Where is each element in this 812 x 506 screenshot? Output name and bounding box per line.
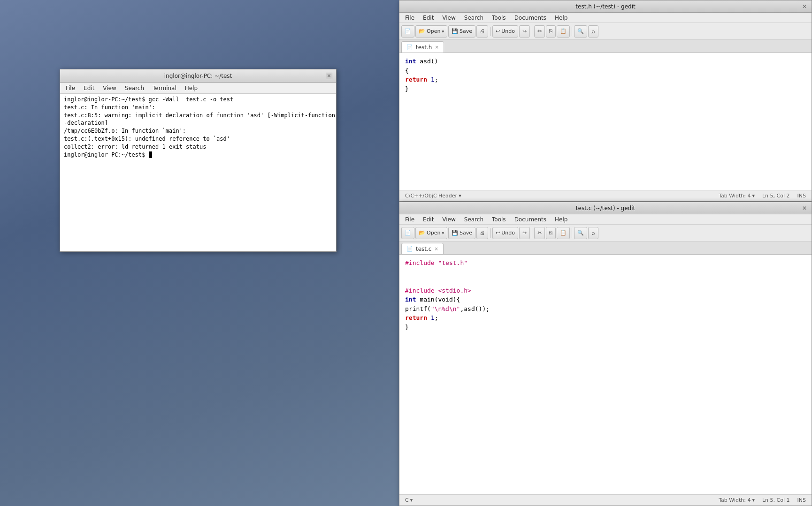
undo-label: Undo <box>501 28 515 34</box>
open-dropdown-icon-2: ▾ <box>442 231 444 235</box>
save-icon-2: 💾 <box>452 230 458 236</box>
gedit-bottom-menu-view[interactable]: View <box>438 215 459 224</box>
gedit-top-new-button[interactable]: 📄 <box>401 25 414 38</box>
print-icon: 🖨 <box>480 28 485 34</box>
gedit-bottom-copy-button[interactable]: ⎘ <box>546 227 556 239</box>
code-line-3: return 1; <box>405 75 806 84</box>
gedit-bottom-undo-button[interactable]: ↩ Undo <box>492 227 518 239</box>
open-label: Open <box>427 28 440 34</box>
code-c-line-5: return 1; <box>405 313 806 323</box>
terminal-line-8: inglor@inglor-PC:~/test$ <box>64 151 332 159</box>
terminal-title: inglor@inglor-PC: ~/test <box>70 73 326 79</box>
gedit-bottom-title: test.c (~/test) - gedit <box>410 205 801 211</box>
terminal-close-button[interactable]: ✕ <box>326 73 332 79</box>
toolbar-separator-1 <box>490 27 490 36</box>
tab-file-icon: 📄 <box>406 44 413 50</box>
gedit-top-open-button[interactable]: 📂 Open ▾ <box>415 25 447 38</box>
gedit-bottom-cut-button[interactable]: ✂ <box>534 227 545 239</box>
gedit-top-save-button[interactable]: 💾 Save <box>448 25 475 38</box>
gedit-top-menu-view[interactable]: View <box>438 14 459 22</box>
gedit-bottom-open-button[interactable]: 📂 Open ▾ <box>415 227 447 239</box>
gedit-top-editor[interactable]: int asd() { return 1; } <box>399 53 812 190</box>
redo-icon-2: ↪ <box>522 230 527 236</box>
undo-label-2: Undo <box>501 230 515 236</box>
language-selector-top[interactable]: C/C++/ObjC Header ▾ <box>405 193 461 199</box>
gedit-top-replace-button[interactable]: ⌕ <box>588 25 598 38</box>
tab-width-label-top: Tab Width: 4 <box>719 193 751 199</box>
code-c-line-3: int main(void){ <box>405 295 806 304</box>
code-c-line-6: } <box>405 323 806 332</box>
gedit-top-menu-search[interactable]: Search <box>460 14 487 22</box>
gedit-bottom-print-button[interactable]: 🖨 <box>476 227 488 239</box>
gedit-top-menu-help[interactable]: Help <box>551 14 571 22</box>
gedit-bottom-menu-search[interactable]: Search <box>460 215 487 224</box>
gedit-top-redo-button[interactable]: ↪ <box>519 25 530 38</box>
gedit-bottom-replace-button[interactable]: ⌕ <box>588 227 598 239</box>
gedit-top-paste-button[interactable]: 📋 <box>557 25 570 38</box>
terminal-menu-edit[interactable]: Edit <box>80 84 98 92</box>
gedit-top-tab-label: test.h <box>416 44 432 51</box>
gedit-top-menubar: File Edit View Search Tools Documents He… <box>399 13 812 23</box>
gedit-bottom-tabs: 📄 test.c × <box>399 242 812 255</box>
terminal-menu-terminal[interactable]: Terminal <box>149 84 180 92</box>
gedit-top-copy-button[interactable]: ⎘ <box>546 25 556 38</box>
gedit-top-menu-documents[interactable]: Documents <box>511 14 550 22</box>
terminal-menu-search[interactable]: Search <box>121 84 148 92</box>
gedit-bottom-menu-documents[interactable]: Documents <box>511 215 550 224</box>
gedit-top-undo-button[interactable]: ↩ Undo <box>492 25 518 38</box>
language-label-top: C/C++/ObjC Header <box>405 193 457 199</box>
gedit-top-search-button[interactable]: 🔍 <box>574 25 587 38</box>
new-file-icon-2: 📄 <box>405 230 411 236</box>
open-icon: 📂 <box>419 28 425 34</box>
code-c-line-2: #include <stdio.h> <box>405 286 806 295</box>
terminal-menu-view[interactable]: View <box>99 84 120 92</box>
undo-icon: ↩ <box>496 28 500 34</box>
gedit-bottom-menu-tools[interactable]: Tools <box>488 215 510 224</box>
toolbar-separator-6 <box>572 228 572 238</box>
replace-icon-2: ⌕ <box>591 229 595 236</box>
terminal-menubar: File Edit View Search Terminal Help <box>60 83 336 94</box>
gedit-bottom-menu-edit[interactable]: Edit <box>419 215 437 224</box>
terminal-line-4: -declaration] <box>64 119 332 127</box>
new-file-icon: 📄 <box>405 28 411 34</box>
gedit-top-title: test.h (~/test) - gedit <box>410 3 801 10</box>
open-dropdown-icon: ▾ <box>442 29 444 34</box>
open-label-2: Open <box>427 230 440 236</box>
mode-label-top: INS <box>797 193 806 199</box>
gedit-bottom-new-button[interactable]: 📄 <box>401 227 414 239</box>
gedit-top-tab-testh[interactable]: 📄 test.h × <box>401 41 444 53</box>
language-dropdown-icon-top: ▾ <box>459 193 461 199</box>
gedit-top-print-button[interactable]: 🖨 <box>476 25 488 38</box>
terminal-menu-file[interactable]: File <box>62 84 79 92</box>
tab-width-selector-top[interactable]: Tab Width: 4 ▾ <box>719 193 755 199</box>
save-label: Save <box>460 28 472 34</box>
language-selector-bottom[interactable]: C ▾ <box>405 497 413 503</box>
terminal-titlebar: inglor@inglor-PC: ~/test ✕ <box>60 69 336 83</box>
tab-width-selector-bottom[interactable]: Tab Width: 4 ▾ <box>719 497 755 503</box>
gedit-bottom-tab-close[interactable]: × <box>434 246 438 251</box>
tab-file-icon-2: 📄 <box>406 246 413 252</box>
gedit-top-tab-close[interactable]: × <box>435 45 438 50</box>
gedit-bottom-menu-file[interactable]: File <box>401 215 418 224</box>
gedit-bottom-tab-testc[interactable]: 📄 test.c × <box>401 243 444 254</box>
code-line-4: } <box>405 84 806 94</box>
gedit-bottom-redo-button[interactable]: ↪ <box>519 227 530 239</box>
gedit-bottom-save-button[interactable]: 💾 Save <box>448 227 475 239</box>
terminal-menu-help[interactable]: Help <box>181 84 201 92</box>
gedit-bottom-paste-button[interactable]: 📋 <box>557 227 570 239</box>
gedit-top-window: test.h (~/test) - gedit ✕ File Edit View… <box>399 0 812 202</box>
gedit-top-close-button[interactable]: ✕ <box>801 3 808 10</box>
gedit-top-cut-button[interactable]: ✂ <box>534 25 545 38</box>
gedit-top-menu-file[interactable]: File <box>401 14 418 22</box>
search-icon: 🔍 <box>577 28 584 34</box>
gedit-bottom-editor[interactable]: #include "test.h" #include <stdio.h> int… <box>399 255 812 494</box>
gedit-bottom-search-button[interactable]: 🔍 <box>574 227 587 239</box>
gedit-bottom-tab-label: test.c <box>416 246 431 252</box>
gedit-top-titlebar: test.h (~/test) - gedit ✕ <box>399 0 812 13</box>
redo-icon: ↪ <box>522 28 527 34</box>
gedit-top-menu-tools[interactable]: Tools <box>488 14 510 22</box>
paste-icon-2: 📋 <box>560 230 567 236</box>
gedit-bottom-menu-help[interactable]: Help <box>551 215 571 224</box>
gedit-top-menu-edit[interactable]: Edit <box>419 14 437 22</box>
gedit-bottom-close-button[interactable]: ✕ <box>801 205 808 211</box>
